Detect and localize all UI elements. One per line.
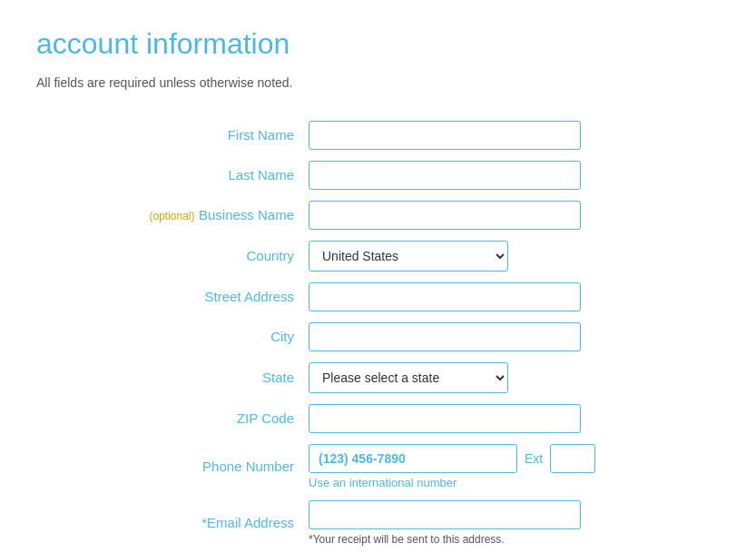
- last-name-label-cell: Last Name: [36, 155, 309, 195]
- zip-code-input-cell: [309, 399, 720, 439]
- country-input-cell: United States Canada United Kingdom Aust…: [309, 235, 720, 277]
- email-label-cell: *Email Address: [36, 495, 309, 551]
- phone-number-input-cell: Ext Use an international number: [309, 439, 720, 495]
- email-row: *Email Address *Your receipt will be sen…: [36, 495, 720, 551]
- phone-row-content: Ext: [309, 444, 720, 473]
- country-label-cell: Country: [36, 235, 309, 277]
- first-name-input[interactable]: [309, 121, 581, 150]
- phone-number-label-cell: Phone Number: [36, 439, 309, 495]
- city-label-cell: City: [36, 317, 309, 357]
- email-input-cell: *Your receipt will be sent to this addre…: [309, 495, 720, 551]
- state-select[interactable]: Please select a state AlabamaAlaskaArizo…: [309, 362, 508, 393]
- street-address-label-cell: Street Address: [36, 277, 309, 317]
- phone-number-label: Phone Number: [202, 459, 294, 474]
- business-name-label-cell: (optional) Business Name: [36, 195, 309, 235]
- zip-code-label: ZIP Code: [237, 410, 294, 426]
- city-input-cell: [309, 317, 720, 357]
- country-label: Country: [246, 248, 294, 263]
- last-name-input-cell: [309, 155, 720, 195]
- country-row: Country United States Canada United King…: [36, 235, 720, 277]
- business-name-input[interactable]: [309, 201, 581, 230]
- first-name-label-cell: First Name: [36, 115, 309, 155]
- ext-label: Ext: [525, 451, 543, 466]
- first-name-row: First Name: [36, 115, 720, 155]
- state-label-cell: State: [36, 357, 309, 399]
- last-name-label: Last Name: [228, 167, 294, 183]
- last-name-row: Last Name: [36, 155, 720, 195]
- page-title: account information: [36, 27, 720, 61]
- account-form: First Name Last Name (optional) Business…: [36, 115, 720, 551]
- first-name-input-cell: [309, 115, 720, 155]
- business-name-input-cell: [309, 195, 720, 235]
- city-row: City: [36, 317, 720, 357]
- last-name-input[interactable]: [309, 161, 581, 190]
- state-label: State: [262, 370, 294, 385]
- business-name-row: (optional) Business Name: [36, 195, 720, 235]
- business-name-label: Business Name: [199, 207, 294, 222]
- state-row: State Please select a state AlabamaAlask…: [36, 357, 720, 399]
- ext-input[interactable]: [550, 444, 595, 473]
- phone-number-row: Phone Number Ext Use an international nu…: [36, 439, 720, 495]
- optional-tag: (optional): [149, 210, 194, 222]
- street-address-label: Street Address: [205, 289, 294, 304]
- zip-code-row: ZIP Code: [36, 399, 720, 439]
- zip-code-label-cell: ZIP Code: [36, 399, 309, 439]
- receipt-note: *Your receipt will be sent to this addre…: [309, 533, 720, 546]
- country-select[interactable]: United States Canada United Kingdom Aust…: [309, 241, 508, 272]
- email-input[interactable]: [309, 500, 581, 529]
- zip-code-input[interactable]: [309, 404, 581, 433]
- street-address-input[interactable]: [309, 282, 581, 311]
- state-input-cell: Please select a state AlabamaAlaskaArizo…: [309, 357, 720, 399]
- first-name-label: First Name: [228, 127, 294, 143]
- city-input[interactable]: [309, 322, 581, 351]
- city-label: City: [270, 329, 294, 344]
- phone-number-input[interactable]: [309, 444, 517, 473]
- street-address-row: Street Address: [36, 277, 720, 317]
- form-subtitle: All fields are required unless otherwise…: [36, 75, 720, 90]
- email-label: *Email Address: [201, 515, 294, 530]
- intl-number-link[interactable]: Use an international number: [309, 476, 720, 489]
- street-address-input-cell: [309, 277, 720, 317]
